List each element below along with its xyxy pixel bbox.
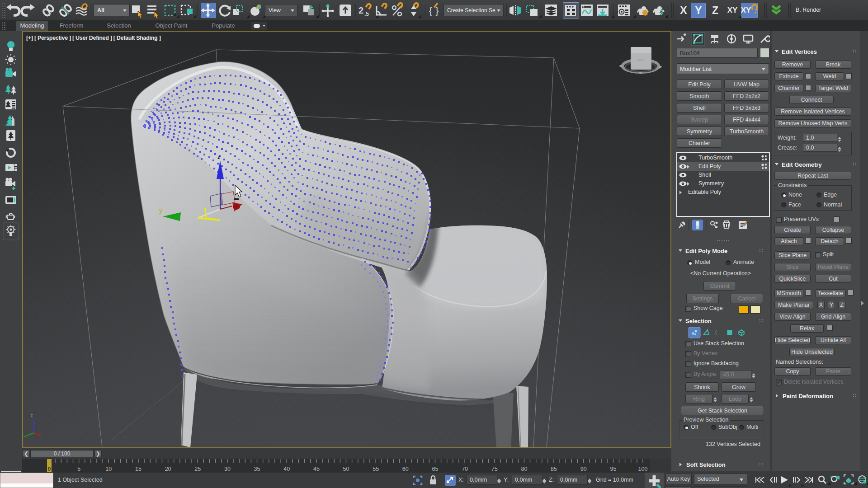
svg-text:90: 90	[580, 466, 587, 472]
svg-text:80: 80	[521, 466, 527, 472]
svg-text:60: 60	[402, 466, 409, 472]
svg-text:95: 95	[610, 466, 616, 472]
svg-text:5: 5	[77, 466, 80, 472]
svg-text:LEFT: LEFT	[637, 59, 644, 62]
svg-text:Y: Y	[695, 5, 702, 16]
svg-text:40: 40	[283, 466, 290, 472]
svg-text:65: 65	[432, 466, 439, 472]
svg-text:z: z	[31, 413, 33, 418]
svg-text:45: 45	[313, 466, 320, 472]
svg-text:75: 75	[491, 466, 498, 472]
svg-text:10: 10	[105, 466, 112, 472]
svg-text:100: 100	[638, 466, 648, 472]
svg-text:y: y	[159, 207, 163, 214]
svg-text:25: 25	[194, 466, 201, 472]
svg-text:55: 55	[373, 466, 379, 472]
svg-text:30: 30	[224, 466, 231, 472]
svg-text:35: 35	[254, 466, 260, 472]
svg-text:15: 15	[135, 466, 142, 472]
svg-text:50: 50	[343, 466, 349, 472]
svg-text:XY: XY	[741, 6, 751, 14]
svg-text:20: 20	[165, 466, 171, 472]
svg-text:70: 70	[462, 466, 468, 472]
svg-text:85: 85	[551, 466, 557, 472]
svg-text:0: 0	[48, 466, 51, 472]
svg-text:z: z	[217, 154, 221, 160]
